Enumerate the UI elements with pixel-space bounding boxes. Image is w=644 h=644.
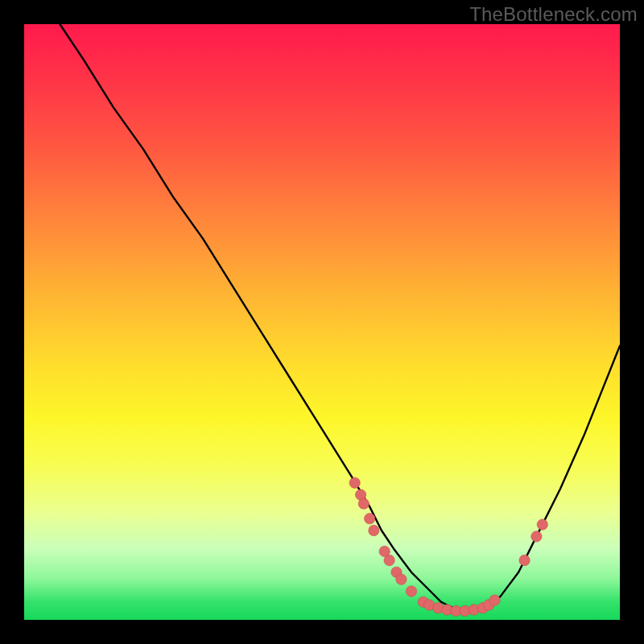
curve-marker: [384, 555, 394, 565]
curve-marker: [349, 477, 360, 488]
curve-marker: [531, 531, 542, 542]
curve-marker: [396, 574, 407, 584]
curve-marker: [406, 586, 416, 597]
curve-marker: [365, 514, 375, 524]
watermark-text: TheBottleneck.com: [469, 3, 638, 26]
curve-marker: [369, 525, 379, 535]
curve-marker: [537, 519, 547, 530]
curve-marker: [358, 498, 369, 509]
bottleneck-curve: [60, 24, 620, 611]
chart-frame: TheBottleneck.com: [0, 0, 644, 644]
curve-svg: [24, 24, 620, 620]
plot-area: [24, 24, 620, 620]
curve-marker: [519, 555, 530, 565]
curve-marker: [489, 595, 500, 605]
curve-markers: [349, 477, 547, 616]
